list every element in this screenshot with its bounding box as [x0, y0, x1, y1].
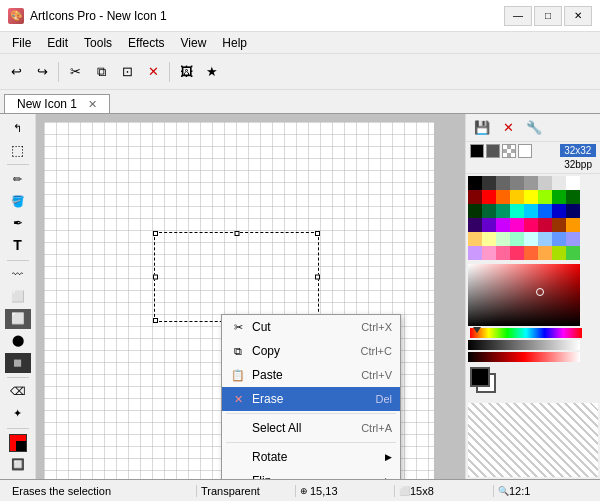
color-cell-7[interactable]	[566, 176, 580, 190]
ctx-flip[interactable]: Flip ▶	[222, 469, 400, 479]
color-cell-28[interactable]	[524, 218, 538, 232]
menu-file[interactable]: File	[4, 34, 39, 52]
color-cell-38[interactable]	[552, 232, 566, 246]
color-gradient[interactable]	[468, 264, 580, 326]
ctx-copy[interactable]: ⧉ Copy Ctrl+C	[222, 339, 400, 363]
ctx-rotate[interactable]: Rotate ▶	[222, 445, 400, 469]
color-cell-4[interactable]	[524, 176, 538, 190]
ctx-erase[interactable]: ✕ Erase Del	[222, 387, 400, 411]
tool-fill[interactable]: 🪣	[5, 191, 31, 211]
color-cell-22[interactable]	[552, 204, 566, 218]
tool-brush[interactable]: ✒	[5, 213, 31, 233]
close-button[interactable]: ✕	[564, 6, 592, 26]
color-cell-11[interactable]	[510, 190, 524, 204]
color-cell-40[interactable]	[468, 246, 482, 260]
right-save-btn[interactable]: 💾	[470, 116, 494, 140]
color-cell-31[interactable]	[566, 218, 580, 232]
color-cell-0[interactable]	[468, 176, 482, 190]
color-cell-46[interactable]	[552, 246, 566, 260]
color-cell-13[interactable]	[538, 190, 552, 204]
foreground-color-swatch[interactable]	[470, 367, 490, 387]
color-cell-19[interactable]	[510, 204, 524, 218]
color-cell-29[interactable]	[538, 218, 552, 232]
menu-tools[interactable]: Tools	[76, 34, 120, 52]
color-cell-39[interactable]	[566, 232, 580, 246]
ctx-cut[interactable]: ✂ Cut Ctrl+X	[222, 315, 400, 339]
color-cell-15[interactable]	[566, 190, 580, 204]
tool-color-fg[interactable]: 🔲	[5, 455, 31, 475]
color-cell-42[interactable]	[496, 246, 510, 260]
color-cell-37[interactable]	[538, 232, 552, 246]
paste-button[interactable]: ⊡	[115, 60, 139, 84]
minimize-button[interactable]: —	[504, 6, 532, 26]
tool-ellipse[interactable]: ⬤	[5, 331, 31, 351]
size-32bpp[interactable]: 32bpp	[560, 158, 596, 171]
menu-edit[interactable]: Edit	[39, 34, 76, 52]
ctx-paste[interactable]: 📋 Paste Ctrl+V	[222, 363, 400, 387]
tool-filled-ellipse[interactable]: ◼	[5, 353, 31, 373]
redo-button[interactable]: ↪	[30, 60, 54, 84]
canvas-area[interactable]: ✂ Cut Ctrl+X ⧉ Copy Ctrl+C 📋 Paste Ctrl+…	[36, 114, 465, 479]
color-cell-23[interactable]	[566, 204, 580, 218]
menu-effects[interactable]: Effects	[120, 34, 172, 52]
color-cell-25[interactable]	[482, 218, 496, 232]
delete-button[interactable]: ✕	[141, 60, 165, 84]
fg-gray-swatch[interactable]	[486, 144, 500, 158]
fg-white-swatch[interactable]	[518, 144, 532, 158]
hue-bar[interactable]	[470, 328, 582, 338]
color-cell-8[interactable]	[468, 190, 482, 204]
color-cell-2[interactable]	[496, 176, 510, 190]
menu-help[interactable]: Help	[214, 34, 255, 52]
tool-rect[interactable]: ⬜	[5, 286, 31, 306]
fg-black-swatch[interactable]	[470, 144, 484, 158]
color-cell-33[interactable]	[482, 232, 496, 246]
color-cell-47[interactable]	[566, 246, 580, 260]
copy-button[interactable]: ⧉	[89, 60, 113, 84]
color-cell-34[interactable]	[496, 232, 510, 246]
tool-select[interactable]: ↰	[5, 118, 31, 138]
tool-eyedropper[interactable]: ✦	[5, 404, 31, 424]
tool-line[interactable]: 〰	[5, 264, 31, 284]
transparency-bar[interactable]	[468, 340, 580, 350]
tool-filled-rect[interactable]: ⬜	[5, 309, 31, 329]
color-cell-1[interactable]	[482, 176, 496, 190]
color-range-bar[interactable]	[468, 352, 580, 362]
color-cell-44[interactable]	[524, 246, 538, 260]
tool-text[interactable]: T	[5, 235, 31, 255]
color-cell-21[interactable]	[538, 204, 552, 218]
color-cell-6[interactable]	[552, 176, 566, 190]
right-delete-btn[interactable]: ✕	[496, 116, 520, 140]
color-cell-35[interactable]	[510, 232, 524, 246]
tool-color-picker[interactable]	[5, 433, 31, 453]
tool-marquee[interactable]: ⬚	[5, 140, 31, 160]
color-cell-41[interactable]	[482, 246, 496, 260]
menu-view[interactable]: View	[173, 34, 215, 52]
color-cell-12[interactable]	[524, 190, 538, 204]
color-cell-24[interactable]	[468, 218, 482, 232]
size-32x32[interactable]: 32x32	[560, 144, 596, 157]
color-cell-10[interactable]	[496, 190, 510, 204]
tab-new-icon[interactable]: New Icon 1 ✕	[4, 94, 110, 113]
color-cell-5[interactable]	[538, 176, 552, 190]
cut-button[interactable]: ✂	[63, 60, 87, 84]
fg-transparent-swatch[interactable]	[502, 144, 516, 158]
color-cell-3[interactable]	[510, 176, 524, 190]
tool-pencil[interactable]: ✏	[5, 169, 31, 189]
color-cell-45[interactable]	[538, 246, 552, 260]
color-cell-26[interactable]	[496, 218, 510, 232]
color-cell-36[interactable]	[524, 232, 538, 246]
import-button[interactable]: 🖼	[174, 60, 198, 84]
color-cell-20[interactable]	[524, 204, 538, 218]
color-cell-9[interactable]	[482, 190, 496, 204]
color-cell-16[interactable]	[468, 204, 482, 218]
export-button[interactable]: ★	[200, 60, 224, 84]
color-cell-18[interactable]	[496, 204, 510, 218]
undo-button[interactable]: ↩	[4, 60, 28, 84]
color-cell-14[interactable]	[552, 190, 566, 204]
color-cell-27[interactable]	[510, 218, 524, 232]
right-info-btn[interactable]: 🔧	[522, 116, 546, 140]
color-cell-43[interactable]	[510, 246, 524, 260]
maximize-button[interactable]: □	[534, 6, 562, 26]
color-cell-32[interactable]	[468, 232, 482, 246]
ctx-select-all[interactable]: Select All Ctrl+A	[222, 416, 400, 440]
